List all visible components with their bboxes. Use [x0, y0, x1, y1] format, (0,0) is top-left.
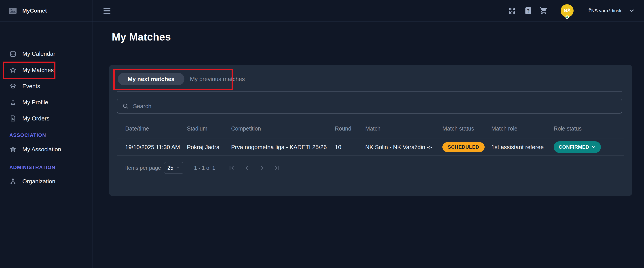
help-icon[interactable]: ?: [524, 6, 532, 15]
chevron-down-icon: [592, 145, 596, 149]
column-header-match-status: Match status: [442, 125, 491, 132]
previous-page-button[interactable]: [242, 163, 252, 173]
sidebar-item-organization[interactable]: Organization: [0, 173, 93, 189]
cell-role-status: CONFIRMED: [554, 141, 624, 153]
graduation-cap-icon: [10, 83, 16, 90]
star-filled-icon: [10, 146, 16, 153]
status-badge-confirmed[interactable]: CONFIRMED: [554, 141, 601, 153]
brand: MyComet: [9, 0, 47, 22]
invoice-icon: $: [10, 115, 16, 122]
column-header-match-role: Match role: [491, 125, 554, 132]
tabs-divider: [117, 91, 622, 92]
items-per-page-value: 25: [168, 165, 174, 171]
first-page-button[interactable]: [226, 163, 237, 173]
cell-match-role: 1st assistant referee: [491, 144, 554, 151]
matches-table: Date/time Stadium Competition Round Matc…: [117, 118, 624, 156]
status-badge-scheduled: SCHEDULED: [442, 142, 484, 152]
sidebar-item-label: My Association: [22, 146, 61, 153]
dollar-glyph: $: [12, 117, 14, 120]
next-page-button[interactable]: [257, 163, 267, 173]
star-icon: [10, 66, 16, 74]
sidebar-item-my-calendar[interactable]: My Calendar: [0, 46, 93, 62]
confirmed-label: CONFIRMED: [558, 144, 589, 150]
sidebar-item-my-profile[interactable]: My Profile: [0, 94, 93, 110]
column-header-stadium: Stadium: [187, 125, 231, 132]
items-per-page-select[interactable]: 25: [164, 162, 183, 174]
cell-match-status: SCHEDULED: [442, 142, 491, 152]
sidebar-item-label: My Profile: [22, 99, 48, 106]
page-title: My Matches: [112, 31, 171, 43]
sidebar-item-label: Events: [22, 83, 40, 90]
sidebar-item-my-matches[interactable]: My Matches: [0, 62, 93, 78]
top-bar: MyComet ?: [0, 0, 644, 22]
cell-stadium: Pokraj Jadra: [187, 144, 231, 151]
pagination-bar: Items per page 25 1 - 1 of 1: [117, 161, 624, 175]
table-row[interactable]: 19/10/2025 11:30 AM Pokraj Jadra Prva no…: [117, 139, 624, 156]
organization-selector-label: ŽNS varaždinski: [588, 8, 622, 14]
dropdown-caret-icon: [176, 166, 180, 170]
logo-image-placeholder-icon: [9, 8, 16, 14]
calendar-icon: [10, 50, 16, 57]
menu-hamburger-icon[interactable]: [104, 7, 112, 15]
cell-round: 10: [335, 144, 365, 151]
sidebar-section-administration: ADMINISTRATION: [10, 164, 56, 171]
search-input[interactable]: [133, 103, 617, 110]
matches-card: My next matches My previous matches Date…: [109, 65, 632, 196]
sidebar-item-label: My Matches: [22, 67, 54, 74]
cell-competition: Prva nogometna liga - KADETI 25/26: [231, 144, 335, 151]
help-glyph: ?: [527, 9, 530, 14]
sidebar-item-label: Organization: [22, 178, 55, 185]
tab-my-previous-matches[interactable]: My previous matches: [189, 76, 246, 83]
sidebar-item-events[interactable]: Events: [0, 78, 93, 94]
sidebar-item-label: My Orders: [22, 115, 50, 122]
organization-selector[interactable]: ŽNS varaždinski: [588, 7, 635, 14]
avatar-initials: NŠ: [564, 8, 571, 14]
column-header-competition: Competition: [231, 125, 335, 132]
sidebar: My Calendar My Matches Events: [0, 0, 93, 268]
brand-name: MyComet: [22, 8, 47, 14]
online-status-dot: [566, 16, 569, 19]
person-icon: [10, 99, 16, 106]
column-header-match: Match: [365, 125, 442, 132]
cell-match: NK Solin - NK Varaždin -:-: [365, 144, 442, 151]
fullscreen-icon[interactable]: [508, 7, 516, 15]
cell-datetime: 19/10/2025 11:30 AM: [117, 144, 187, 151]
org-chart-icon: [10, 178, 16, 185]
column-header-datetime: Date/time: [117, 125, 187, 132]
app-window: MyComet ?: [0, 0, 644, 268]
pager-buttons: [226, 163, 282, 173]
last-page-button[interactable]: [272, 163, 282, 173]
sidebar-section-association: ASSOCIATION: [10, 132, 46, 139]
column-header-round: Round: [335, 125, 365, 132]
column-header-role-status: Role status: [554, 125, 624, 132]
table-header-row: Date/time Stadium Competition Round Matc…: [117, 118, 624, 139]
tab-my-next-matches[interactable]: My next matches: [118, 73, 184, 85]
match-tabs: My next matches My previous matches: [118, 73, 246, 85]
chevron-down-icon: [628, 7, 635, 14]
pagination-range-label: 1 - 1 of 1: [194, 165, 215, 171]
search-field: [117, 99, 622, 113]
search-icon: [122, 103, 129, 109]
user-avatar[interactable]: NŠ: [560, 4, 574, 17]
topbar-actions: ? NŠ ŽNS varaždinski: [508, 0, 635, 22]
shopping-cart-icon[interactable]: [540, 7, 548, 15]
sidebar-item-label: My Calendar: [22, 50, 55, 57]
items-per-page-label: Items per page: [125, 165, 161, 171]
sidebar-item-my-orders[interactable]: $ My Orders: [0, 110, 93, 126]
sidebar-item-my-association[interactable]: My Association: [0, 141, 93, 157]
